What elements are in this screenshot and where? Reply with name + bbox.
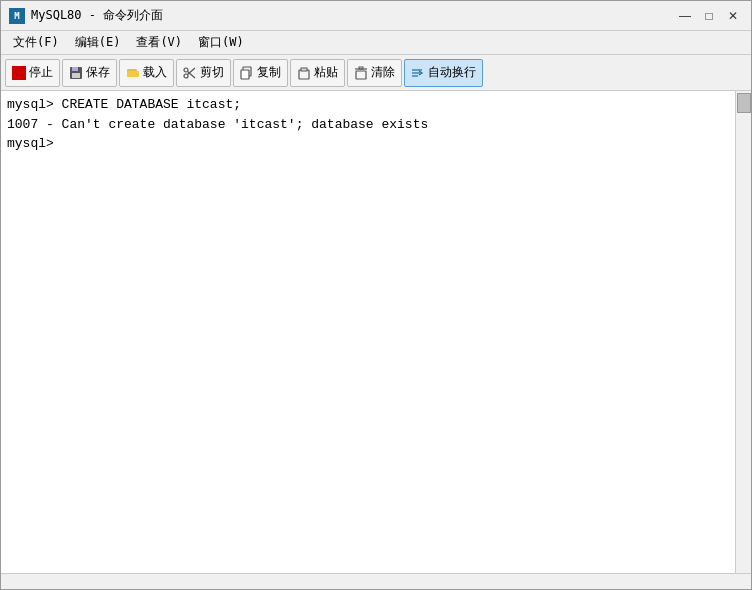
svg-rect-4: [127, 71, 139, 77]
scrollbar-thumb[interactable]: [737, 93, 751, 113]
terminal[interactable]: mysql> CREATE DATABASE itcast;1007 - Can…: [1, 91, 735, 573]
copy-icon: [240, 66, 254, 80]
scrollbar[interactable]: [735, 91, 751, 573]
copy-label: 复制: [257, 64, 281, 81]
paste-label: 粘贴: [314, 64, 338, 81]
menu-window[interactable]: 窗口(W): [190, 32, 252, 54]
terminal-line: mysql> CREATE DATABASE itcast;: [7, 95, 729, 115]
menu-view[interactable]: 查看(V): [128, 32, 190, 54]
window-controls: — □ ✕: [675, 6, 743, 26]
minimize-button[interactable]: —: [675, 6, 695, 26]
svg-rect-12: [301, 68, 307, 71]
content-area: mysql> CREATE DATABASE itcast;1007 - Can…: [1, 91, 751, 573]
scissors-icon: [183, 66, 197, 80]
load-icon: [126, 66, 140, 80]
stop-button[interactable]: 停止: [5, 59, 60, 87]
menu-file[interactable]: 文件(F): [5, 32, 67, 54]
svg-rect-2: [72, 73, 80, 78]
auto-wrap-button[interactable]: 自动换行: [404, 59, 483, 87]
maximize-button[interactable]: □: [699, 6, 719, 26]
title-bar: M MySQL80 - 命令列介面 — □ ✕: [1, 1, 751, 31]
load-label: 载入: [143, 64, 167, 81]
toolbar: 停止 保存 载入 剪切: [1, 55, 751, 91]
auto-wrap-label: 自动换行: [428, 64, 476, 81]
cut-button[interactable]: 剪切: [176, 59, 231, 87]
bottom-scrollbar: [1, 573, 751, 589]
app-icon: M: [9, 8, 25, 24]
paste-icon: [297, 66, 311, 80]
clear-label: 清除: [371, 64, 395, 81]
save-icon: [69, 66, 83, 80]
main-window: M MySQL80 - 命令列介面 — □ ✕ 文件(F) 编辑(E) 查看(V…: [0, 0, 752, 590]
clear-icon: [354, 66, 368, 80]
copy-button[interactable]: 复制: [233, 59, 288, 87]
paste-button[interactable]: 粘贴: [290, 59, 345, 87]
clear-button[interactable]: 清除: [347, 59, 402, 87]
svg-rect-15: [359, 67, 363, 69]
stop-label: 停止: [29, 64, 53, 81]
close-button[interactable]: ✕: [723, 6, 743, 26]
window-title: MySQL80 - 命令列介面: [31, 7, 163, 24]
svg-point-5: [184, 68, 188, 72]
svg-line-8: [188, 68, 196, 75]
save-label: 保存: [86, 64, 110, 81]
svg-rect-10: [241, 70, 249, 79]
stop-icon: [12, 66, 26, 80]
svg-point-6: [184, 74, 188, 78]
title-bar-left: M MySQL80 - 命令列介面: [9, 7, 163, 24]
terminal-line: mysql>: [7, 134, 729, 154]
cut-label: 剪切: [200, 64, 224, 81]
svg-rect-13: [356, 71, 366, 79]
menu-bar: 文件(F) 编辑(E) 查看(V) 窗口(W): [1, 31, 751, 55]
terminal-line: 1007 - Can't create database 'itcast'; d…: [7, 115, 729, 135]
svg-rect-1: [72, 67, 78, 71]
load-button[interactable]: 载入: [119, 59, 174, 87]
save-button[interactable]: 保存: [62, 59, 117, 87]
auto-wrap-icon: [411, 66, 425, 80]
svg-line-7: [188, 71, 196, 78]
menu-edit[interactable]: 编辑(E): [67, 32, 129, 54]
